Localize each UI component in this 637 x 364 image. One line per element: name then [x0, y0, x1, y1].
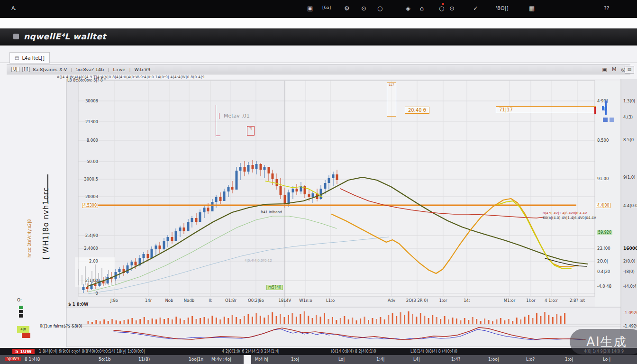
- notification-dot: [442, 3, 444, 5]
- taskbar-item[interactable]: 1:oo|: [488, 357, 499, 362]
- toolbar-item[interactable]: [I]: [22, 67, 30, 72]
- chart-symbol-header: L8 8t:8o:0ov: 5|? 8 °: [67, 78, 106, 82]
- toolbar-item[interactable]: 8a:8|vanec X:V: [33, 67, 67, 72]
- record-icon[interactable]: ⊙: [449, 5, 455, 11]
- circle-icon[interactable]: ○: [377, 5, 382, 11]
- menubar-status-text[interactable]: '8O|]: [496, 5, 509, 11]
- chart-canvas[interactable]: [0, 0, 637, 364]
- folder-icon: ▤: [15, 55, 19, 61]
- menu-logo[interactable]: A.: [11, 5, 17, 11]
- status-bar: 5 1UW 1 8(4|0:4| 6(9:0) o:y:4 8(8'40(0:0…: [0, 348, 637, 355]
- toolbar-right-group: ▣M◎: [602, 66, 626, 73]
- taskbar-item[interactable]: M:4v :4o|: [211, 357, 231, 362]
- toolbar-item[interactable]: U|: [11, 67, 19, 72]
- chart-tab-label: L4a lteL[]: [22, 55, 44, 61]
- taskbar-item[interactable]: 8 1:4(8: [25, 357, 40, 362]
- indicator-title-label: 0(|1un falrra$?$ &8(0): [40, 324, 82, 328]
- shield-icon[interactable]: ▣: [307, 5, 313, 11]
- toolbar-corner-button[interactable]: ▤: [625, 66, 634, 73]
- taskbar-item[interactable]: 1oo|1n: [189, 357, 203, 362]
- taskbar-item[interactable]: Lo·|: [603, 357, 610, 362]
- tab-row-divider: [0, 63, 637, 63]
- app-title: nqwellE⁴L walltet: [24, 32, 106, 41]
- taskbar-item[interactable]: 5o:1b: [99, 357, 111, 362]
- taskbar-item[interactable]: L:o?: [526, 357, 535, 362]
- status-badge[interactable]: 5 1UW: [12, 349, 35, 354]
- taskbar-item[interactable]: Lo|: [338, 357, 345, 362]
- bottom-taskbar: 5|0W9 8 1:4(85o:1b11(8)1oo|1nM:4v :4o|M:…: [0, 355, 637, 364]
- toolbar-item[interactable]: L:nve: [104, 67, 125, 72]
- taskbar-item[interactable]: 1:o|: [565, 357, 573, 362]
- grid-icon[interactable]: ▦: [529, 5, 535, 11]
- app-header: nqwellE⁴L walltet: [0, 28, 637, 46]
- badge-label[interactable]: [6a]: [322, 5, 331, 10]
- diamond-icon[interactable]: ◈: [406, 5, 410, 11]
- panel-icon[interactable]: ▣: [602, 66, 607, 73]
- taskbar-item[interactable]: 1:4|: [376, 357, 385, 362]
- os-menubar: A.▣[6a]⚙⊙○◈⌂○⊙✓'8O|]▦??: [0, 0, 637, 18]
- toolbar-item[interactable]: 5o:8va? 14b: [67, 67, 104, 72]
- taskbar-item[interactable]: 1:4?: [451, 357, 460, 362]
- margin-rotated-note-orange: hnco:1teV/:4y:o2|8: [27, 196, 32, 281]
- volume-scale-label: $ 1 8:0W: [68, 302, 88, 307]
- home-icon[interactable]: ⌂: [420, 5, 424, 11]
- taskbar-red-chip[interactable]: 5|0W9: [5, 357, 21, 361]
- margin-rotated-note: [ WH1]8o nvh1orc: [42, 178, 50, 268]
- ai-watermark: AI生成: [570, 329, 637, 355]
- app-logo-icon: [13, 34, 19, 39]
- statusbar-text: L(8(14( 0(8(4) 8 (4(0:4)0: [410, 349, 457, 354]
- menubar-clock[interactable]: ??: [604, 5, 610, 11]
- notification-icon[interactable]: ○: [439, 5, 444, 11]
- taskbar-item[interactable]: 11(8): [138, 357, 150, 362]
- statusbar-text: 1 8(4|0:4| 6(9:0) o:y:4 8(8'40(0:04:0:14…: [39, 349, 145, 354]
- gear-icon[interactable]: ⚙: [344, 5, 350, 11]
- taskbar-item[interactable]: L4|: [413, 357, 420, 362]
- taskbar-item[interactable]: 1:o|: [291, 357, 299, 362]
- check-icon[interactable]: ✓: [473, 5, 478, 11]
- statusbar-text: 4 2|0(1:0( 6 2(4(4:1|0 2(4(1:4|: [222, 349, 279, 354]
- statusbar-text: (8(14 0:8(4) 8 2|4(0:1)0: [331, 349, 376, 354]
- target-icon[interactable]: ⊙: [361, 5, 366, 11]
- taskbar-item[interactable]: M:4 h|: [255, 357, 268, 362]
- toolbar-left-group: U|[I]8a:8|vanec X:V5o:8va? 14bL:nveW:b:V…: [11, 67, 150, 72]
- chart-toolbar: U|[I]8a:8|vanec X:V5o:8va? 14bL:nveW:b:V…: [7, 64, 630, 74]
- marker-label[interactable]: M: [612, 66, 617, 73]
- toolbar-item[interactable]: W:b:V9: [125, 67, 150, 72]
- chart-tab[interactable]: ▤ L4a lteL[]: [9, 52, 50, 64]
- margin-o-label: O:: [17, 298, 22, 302]
- taskbar-divider: [244, 355, 251, 364]
